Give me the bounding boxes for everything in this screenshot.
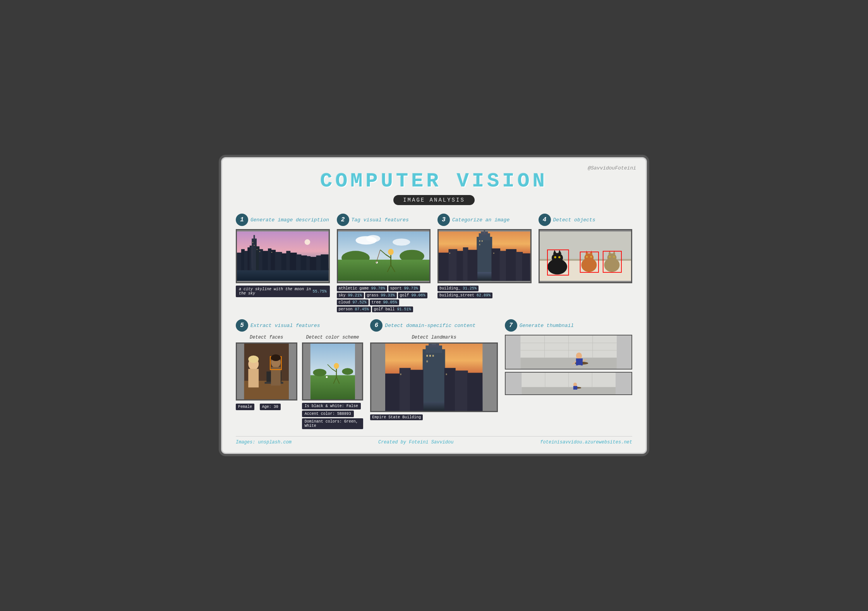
section-2-tags: athletic game 99.78% sport 99.73% sky 99… [337,286,431,312]
svg-rect-128 [446,373,447,375]
svg-rect-26 [254,245,255,246]
thumbnail-main [505,335,632,370]
accent-color-badge: Accent color: 5B8893 [302,411,354,417]
section-3-number: 3 [437,214,450,226]
face-info: Female Age: 30 [236,403,297,410]
section-1-number: 1 [236,214,248,226]
section-4-title: Detect objects [553,217,595,223]
svg-rect-61 [482,240,483,242]
section-7-title: Generate thumbnail [520,323,574,329]
svg-rect-55 [491,248,500,281]
section-5-header: 5 Extract visual features [236,319,363,332]
section-6-card: 6 Detect domain-specific content Detect … [370,319,497,429]
section-7-number: 7 [505,319,517,332]
svg-rect-28 [259,251,260,252]
svg-rect-29 [271,252,272,253]
colors-subsection: Detect color scheme [302,335,364,429]
footer-left: Images: unsplash.com [236,440,292,445]
section-5-card: 5 Extract visual features Detect faces [236,319,363,429]
footer-center: Created by Foteini Savvidou [378,440,453,445]
section-1-confidence: 55.75% [312,289,326,294]
svg-rect-58 [516,252,523,281]
svg-rect-62 [479,244,480,245]
svg-point-73 [558,256,560,258]
section-1-desc-bar: a city skyline with the moon in the sky … [236,286,330,297]
svg-rect-59 [522,253,530,281]
section-7-header: 7 Generate thumbnail [505,319,632,332]
svg-rect-25 [252,242,253,243]
svg-rect-51 [448,249,457,281]
top-row: 1 Generate image description [236,214,632,312]
footer-right: foteinisavvidou.azurewebsites.net [540,440,632,445]
svg-rect-12 [262,251,268,270]
section-1-image [236,229,330,283]
colors-subtitle: Detect color scheme [302,335,364,340]
section-2-card: 2 Tag visual features [337,214,431,312]
section-1-header: 1 Generate image description [236,214,330,226]
tag-cloud: cloud 97.52% [337,300,369,305]
svg-point-103 [342,368,353,375]
svg-rect-101 [310,375,355,399]
svg-point-75 [584,253,594,262]
svg-rect-123 [427,355,428,357]
section-6-subtitle: Detect landmarks [370,335,497,340]
svg-rect-131 [520,358,616,369]
svg-rect-117 [385,373,400,411]
faces-subtitle: Detect faces [236,335,297,340]
color-info: Is black & white: False Accent color: 5B… [302,403,364,429]
cat-building-street: building_street 62.89% [437,293,492,298]
svg-rect-127 [400,373,401,375]
svg-rect-49 [484,230,485,233]
section-5-inner: Detect faces [236,335,363,429]
footer: Images: unsplash.com Created by Foteini … [236,436,632,445]
svg-point-33 [392,239,410,246]
colors-image [302,342,364,400]
section-3-categories: building_ 31.25% building_street 62.89% [437,286,532,298]
svg-point-37 [388,249,394,255]
svg-point-1 [305,239,310,245]
svg-rect-7 [250,246,252,270]
svg-rect-24 [321,254,328,270]
watermark: @SavvidouFoteini [588,165,636,171]
svg-point-110 [326,376,328,378]
main-container: @SavvidouFoteini COMPUTER VISION IMAGE A… [221,157,647,454]
svg-point-32 [366,235,380,242]
svg-rect-124 [429,355,431,357]
section-6-title: Detect domain-specific content [385,323,475,329]
section-7-card: 7 Generate thumbnail [505,319,632,429]
svg-rect-146 [521,387,616,394]
bottom-row: 5 Extract visual features Detect faces [236,319,632,429]
svg-rect-18 [290,253,297,270]
svg-rect-60 [479,240,480,242]
section-1-description: a city skyline with the moon in the sky [239,287,312,296]
svg-rect-27 [257,249,257,250]
svg-rect-20 [301,255,307,270]
svg-point-98 [248,356,259,363]
svg-rect-22 [310,257,317,270]
section-4-image [539,229,633,283]
faces-subsection: Detect faces [236,335,297,429]
tag-athletic-game: athletic game 99.78% [337,286,387,291]
section-1-title: Generate image description [250,217,329,223]
svg-point-102 [313,369,326,376]
tag-person: person 87.45% [337,306,371,312]
svg-rect-8 [252,239,257,270]
section-3-title: Categorize an image [452,217,509,223]
subtitle-pill: IMAGE ANALYSIS [393,195,475,205]
svg-point-72 [554,256,556,258]
svg-rect-50 [439,253,449,281]
svg-rect-152 [573,386,577,390]
svg-rect-14 [271,250,276,270]
main-title: COMPUTER VISION [236,170,632,193]
svg-point-84 [609,256,611,258]
section-3-card: 3 Categorize an image [437,214,532,312]
svg-point-104 [334,363,339,369]
tag-golf-ball: golf ball 91.51% [372,306,413,312]
svg-rect-2 [237,269,329,281]
section-2-image [337,229,431,283]
svg-rect-122 [467,373,483,411]
svg-point-79 [590,256,592,258]
section-5-number: 5 [236,319,248,332]
svg-rect-139 [576,358,582,365]
section-4-header: 4 Detect objects [539,214,633,226]
